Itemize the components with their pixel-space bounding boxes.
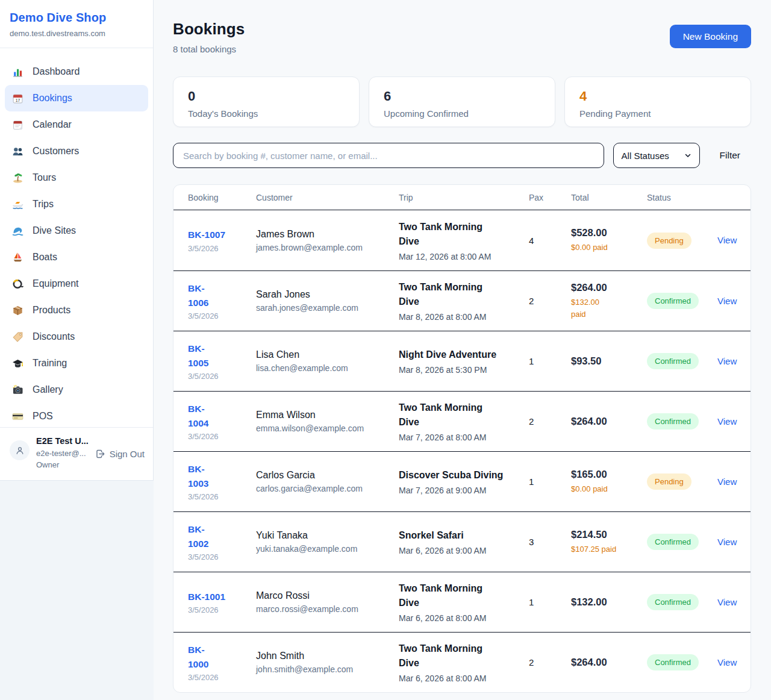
booking-id-link[interactable]: BK-1001 [188,592,225,602]
sidebar-item-label: Tours [33,172,56,183]
view-cell: View [717,356,737,367]
sidebar-item-products[interactable]: Products [5,297,148,323]
pax-cell: 2 [529,296,571,306]
customer-name: Yuki Tanaka [256,530,399,541]
customer-cell: Yuki Tanaka yuki.tanaka@example.com [256,530,399,554]
stat-label: Upcoming Confirmed [384,108,540,119]
sailboat-icon [12,252,23,263]
calendar-date-icon: 17 [12,93,23,104]
sidebar-item-pos[interactable]: POS [5,403,148,430]
total-cell: $528.00 $0.00 paid [571,227,647,254]
trip-title: Night Dive Adventure [399,348,504,362]
booking-id-link[interactable]: BK-1000 [188,645,208,669]
booking-date: 3/5/2026 [188,432,256,441]
speedboat-icon [12,199,23,210]
trip-datetime: Mar 12, 2026 at 8:00 AM [399,252,529,261]
sidebar-item-label: Discounts [33,331,75,342]
view-link[interactable]: View [717,657,737,667]
sidebar-item-label: Customers [33,146,79,157]
customer-cell: Carlos Garcia carlos.garcia@example.com [256,470,399,493]
total-cell: $264.00 $132.00paid [571,282,647,320]
sidebar-item-trips[interactable]: Trips [5,191,148,217]
column-header-trip: Trip [399,193,529,202]
booking-id-link[interactable]: BK-1004 [188,404,208,428]
filter-button[interactable]: Filter [709,150,751,161]
sidebar-item-tours[interactable]: Tours [5,164,148,191]
sidebar-item-equipment[interactable]: Equipment [5,270,148,297]
user-info: E2E Test U... e2e-tester@... Owner [36,436,89,470]
booking-id-link[interactable]: BK-1005 [188,343,208,367]
view-link[interactable]: View [717,416,737,427]
paid-amount: $132.00paid [571,296,631,320]
status-cell: Pending [647,473,717,490]
view-link[interactable]: View [717,477,737,487]
status-cell: Confirmed [647,594,717,610]
customer-email: john.smith@example.com [256,664,399,674]
sidebar-item-boats[interactable]: Boats [5,244,148,270]
sidebar-item-dashboard[interactable]: Dashboard [5,58,148,85]
sidebar-item-label: Products [33,305,70,316]
sidebar-item-dive-sites[interactable]: Dive Sites [5,217,148,244]
trip-cell: Two Tank Morning Dive Mar 7, 2026 at 8:0… [399,401,529,442]
sidebar-item-label: Trips [33,199,54,210]
booking-date: 3/5/2026 [188,372,256,381]
view-link[interactable]: View [717,597,737,607]
booking-date: 3/5/2026 [188,673,256,682]
total-cell: $264.00 [571,416,647,427]
status-badge: Pending [647,233,691,249]
search-input[interactable] [173,143,604,168]
users-icon [12,146,23,157]
booking-id-link[interactable]: BK-1002 [188,524,208,548]
total-cell: $264.00 [571,657,647,668]
customer-cell: Marco Rossi marco.rossi@example.com [256,590,399,614]
user-role: Owner [36,460,89,470]
trip-title: Two Tank Morning Dive [399,280,504,309]
customer-email: sarah.jones@example.com [256,303,399,313]
stat-value: 0 [188,89,345,104]
page-subtitle: 8 total bookings [173,44,245,54]
customer-email: lisa.chen@example.com [256,363,399,373]
booking-id-link[interactable]: BK-1006 [188,283,208,307]
stats-row: 0Today's Bookings6Upcoming Confirmed4Pen… [173,77,751,127]
sidebar-item-calendar[interactable]: Calendar [5,111,148,138]
status-select[interactable]: All Statuses [613,143,700,168]
booking-id-link[interactable]: BK-1007 [188,230,225,240]
pax-cell: 1 [529,597,571,607]
new-booking-button[interactable]: New Booking [670,25,751,48]
view-link[interactable]: View [717,296,737,306]
customer-cell: John Smith john.smith@example.com [256,651,399,674]
booking-id-link[interactable]: BK-1003 [188,464,208,488]
sidebar-item-gallery[interactable]: Gallery [5,377,148,403]
customer-name: John Smith [256,651,399,661]
total-amount: $264.00 [571,282,647,293]
tag-icon [12,331,23,343]
table-row: BK-1004 3/5/2026 Emma Wilson emma.wilson… [173,391,751,451]
booking-cell: BK-1006 3/5/2026 [188,281,256,320]
sidebar-item-training[interactable]: Training [5,350,148,377]
trip-title: Two Tank Morning Dive [399,581,504,610]
view-link[interactable]: View [717,235,737,245]
person-icon [14,445,25,456]
booking-date: 3/5/2026 [188,605,256,614]
customer-name: James Brown [256,229,399,240]
booking-date: 3/5/2026 [188,244,256,253]
table-body: BK-1007 3/5/2026 James Brown james.brown… [173,210,751,692]
sign-out-button[interactable]: Sign Out [95,449,145,459]
sidebar-item-customers[interactable]: Customers [5,138,148,164]
island-icon [12,172,23,184]
total-amount: $264.00 [571,416,647,427]
view-cell: View [717,477,737,487]
sidebar-item-bookings[interactable]: 17Bookings [5,85,148,111]
stat-value: 4 [579,89,736,104]
booking-cell: BK-1005 3/5/2026 [188,342,256,381]
sidebar-item-discounts[interactable]: Discounts [5,323,148,350]
customer-cell: Sarah Jones sarah.jones@example.com [256,289,399,313]
view-link[interactable]: View [717,356,737,366]
total-amount: $264.00 [571,657,647,668]
trip-title: Two Tank Morning Dive [399,642,504,670]
paid-amount: $0.00 paid [571,483,631,495]
view-link[interactable]: View [717,537,737,547]
sidebar-item-label: Gallery [33,384,63,395]
total-amount: $93.50 [571,355,647,367]
avatar [10,440,30,460]
